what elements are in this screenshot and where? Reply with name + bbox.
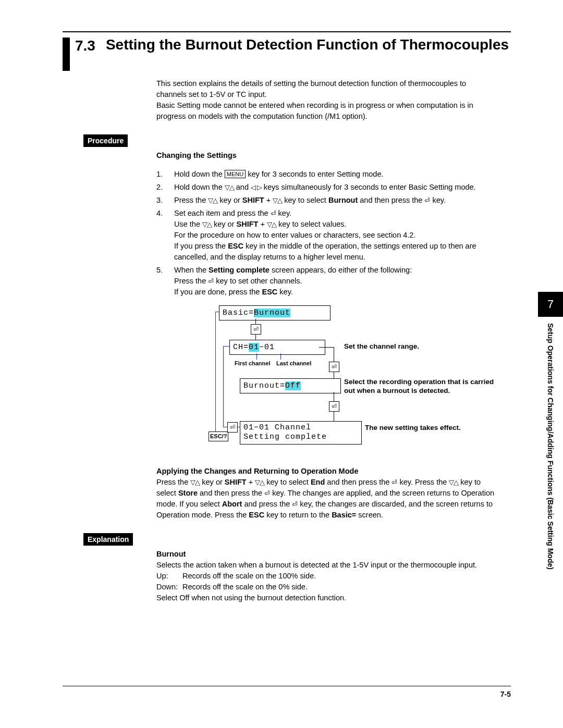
esc-key-box: ESC/? [209,431,228,442]
updown-key-icon: ▽△ [449,479,458,486]
updown-key-icon: ▽△ [273,197,282,204]
step-num: 4. [156,208,174,263]
updown-key-icon: ▽△ [208,197,217,204]
step-body: Hold down the MENU key for 3 seconds to … [174,169,500,180]
diagram-box-complete: 01−01 Channel Setting complete [240,421,362,445]
esc-key: ESC [228,242,243,250]
section-title: Setting the Burnout Detection Function o… [106,36,509,53]
menu-key-icon: MENU [225,170,246,178]
procedure-badge: Procedure [83,134,128,147]
esc-key: ESC [262,288,277,296]
updown-key-icon: ▽△ [202,221,212,228]
procedure-steps: 1. Hold down the MENU key for 3 seconds … [156,169,500,298]
intro-p1: This section explains the details of set… [156,78,490,100]
chapter-tab: 7 [538,292,563,317]
shift-key: SHIFT [225,478,247,486]
burnout-head: Burnout [156,549,500,560]
step-3: 3. Press the ▽△ key or SHIFT + ▽△ key to… [156,195,500,206]
enter-key-icon: ⏎ [271,209,276,219]
flow-line-blue [215,312,216,431]
flow-line [256,353,257,360]
leftright-key-icon: ◁ ▷ [251,184,262,191]
diagram-box-ch: CH=01−01 [229,340,325,355]
burnout-word: Burnout [328,196,358,204]
diagram-highlight: Off [285,381,301,390]
page: 7.3 Setting the Burnout Detection Functi… [0,0,563,728]
section-number: 7.3 [75,36,95,54]
step-body: When the Setting complete screen appears… [174,265,500,298]
step-num: 3. [156,195,174,206]
flow-line-blue [237,427,240,427]
updown-key-icon: ▽△ [267,221,276,228]
updown-key-icon: ▽△ [225,184,234,191]
step-4: 4. Set each item and press the ⏎ key. Us… [156,208,500,263]
flow-line-blue [215,312,219,312]
updown-key-icon: ▽△ [190,479,200,486]
updown-key-icon: ▽△ [255,479,264,486]
diagram-box-basic: Basic=Burnout [219,305,331,321]
flow-line [319,347,334,348]
page-number: 7-5 [500,689,511,699]
explanation-up: Up:Records off the scale on the 100% sid… [156,571,500,582]
end-word: End [311,478,325,486]
diagram-note-2: Select the recording operation that is c… [344,377,500,396]
step-2: 2. Hold down the ▽△ and ◁ ▷ keys simulta… [156,182,500,193]
side-running-title: Setup Operations for Changing/Adding Fun… [545,323,556,615]
enter-key-icon: ⏎ [292,500,298,510]
step-body: Set each item and press the ⏎ key. Use t… [174,208,500,263]
step-num: 1. [156,169,174,180]
basic-eq: Basic= [332,511,356,519]
header-marker [63,38,70,71]
applying-body: Press the ▽△ key or SHIFT + ▽△ key to se… [156,477,500,521]
explanation-down: Down:Records off the scale on the 0% sid… [156,582,500,593]
flow-line-blue [223,427,228,427]
step-num: 2. [156,182,174,193]
diagram-note-1: Set the channel range. [344,342,419,351]
enter-key-icon: ⏎ [391,478,397,488]
shift-key: SHIFT [242,196,264,204]
enter-key-icon: ⏎ [424,196,430,206]
step-num: 5. [156,265,174,298]
explanation-p1: Selects the action taken when a burnout … [156,560,500,571]
step-body: Press the ▽△ key or SHIFT + ▽△ key to se… [174,195,500,206]
applying-section: Applying the Changes and Returning to Op… [156,466,500,521]
shift-key: SHIFT [237,220,259,228]
enter-symbol: ⏎ [227,422,238,433]
last-channel-label: Last channel [276,360,311,368]
explanation-badge: Explanation [83,533,133,546]
flow-line-blue [223,346,224,427]
section-header: 7.3 Setting the Burnout Detection Functi… [63,36,511,71]
enter-key-icon: ⏎ [264,489,270,499]
explanation-p2: Select Off when not using the burnout de… [156,593,500,603]
flow-diagram: Basic=Burnout ⏎ CH=01−01 Set the channel… [156,305,511,456]
enter-symbol: ⏎ [329,401,339,412]
enter-symbol: ⏎ [329,362,339,372]
flow-line-blue [223,346,229,347]
step-body: Hold down the ▽△ and ◁ ▷ keys simultaneo… [174,182,500,193]
top-rule [63,31,511,32]
esc-key: ESC [249,511,264,519]
diagram-highlight: Burnout [254,309,290,317]
flow-line [280,353,281,360]
applying-head: Applying the Changes and Returning to Op… [156,466,500,477]
setting-complete: Setting complete [209,266,270,274]
explanation-section: Burnout Selects the action taken when a … [156,549,500,603]
abort-word: Abort [222,500,242,508]
diagram-box-burnout: Burnout=Off [240,378,341,394]
bottom-rule [63,686,511,686]
changing-settings-head: Changing the Settings [156,150,511,161]
diagram-highlight: 01 [249,343,259,352]
store-word: Store [178,489,198,497]
enter-key-icon: ⏎ [208,277,214,287]
enter-symbol: ⏎ [251,324,261,335]
intro-text: This section explains the details of set… [156,78,490,122]
first-channel-label: First channel [235,360,270,368]
intro-p2: Basic Setting mode cannot be entered whe… [156,100,490,122]
diagram-note-3: The new setting takes effect. [365,423,461,433]
step-1: 1. Hold down the MENU key for 3 seconds … [156,169,500,180]
step-5: 5. When the Setting complete screen appe… [156,265,500,298]
